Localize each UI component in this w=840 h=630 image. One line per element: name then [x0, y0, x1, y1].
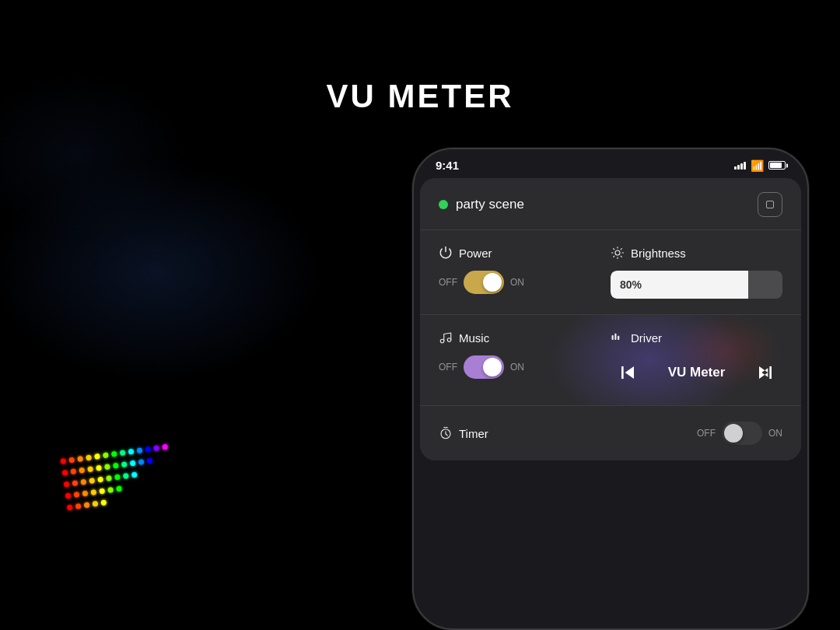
phone-mockup: 9:41 📶 party scene: [412, 148, 809, 630]
power-toggle-row: OFF ON: [439, 271, 611, 294]
svg-point-1: [440, 339, 444, 343]
scene-active-dot: [439, 200, 448, 209]
next-icon: [753, 360, 778, 385]
power-icon: [439, 246, 453, 260]
timer-on-label: ON: [768, 428, 782, 439]
timer-toggle-row: OFF ON: [697, 422, 782, 445]
music-label-text: Music: [459, 331, 489, 345]
scene-stop-button[interactable]: [758, 192, 782, 217]
power-brightness-section: Power OFF ON: [420, 230, 801, 315]
timer-label: Timer: [439, 426, 488, 440]
driver-controls: VU Meter: [611, 355, 782, 390]
brightness-control: Brightness 80%: [611, 246, 782, 299]
music-on-label: ON: [510, 362, 524, 373]
phone-time: 9:41: [436, 159, 459, 172]
power-on-label: ON: [510, 277, 524, 288]
driver-label-text: Driver: [631, 331, 662, 345]
scene-name: party scene: [456, 197, 524, 212]
prev-icon: [615, 360, 640, 385]
brightness-slider[interactable]: 80%: [611, 271, 782, 299]
svg-rect-3: [612, 335, 614, 340]
driver-control: Driver VU Meter: [611, 331, 782, 390]
brightness-filled: 80%: [611, 271, 748, 299]
brightness-icon: [611, 246, 625, 260]
stop-icon: [766, 201, 774, 208]
power-label-text: Power: [459, 247, 492, 260]
wifi-icon: 📶: [751, 159, 764, 172]
app-content: party scene Power OFF: [420, 178, 801, 460]
battery-icon: [768, 161, 786, 170]
timer-section: Timer OFF ON: [420, 406, 801, 460]
power-toggle-thumb: [483, 273, 502, 292]
power-toggle[interactable]: [464, 271, 504, 294]
brightness-label-text: Brightness: [631, 247, 686, 260]
music-control: Music OFF ON: [439, 331, 611, 379]
control-row: Power OFF ON: [439, 246, 782, 299]
status-icons: 📶: [734, 159, 786, 172]
svg-rect-4: [614, 334, 616, 340]
timer-label-text: Timer: [459, 427, 488, 440]
status-bar: 9:41 📶: [414, 149, 807, 178]
driver-icon: [611, 331, 625, 345]
music-control-row: Music OFF ON: [439, 331, 782, 390]
timer-icon: [439, 426, 453, 440]
music-label: Music: [439, 331, 611, 345]
music-off-label: OFF: [439, 362, 457, 373]
brightness-value: 80%: [620, 278, 642, 291]
brightness-track: 80%: [611, 271, 782, 299]
power-off-label: OFF: [439, 277, 457, 288]
timer-off-label: OFF: [697, 428, 716, 439]
driver-label: Driver: [611, 331, 782, 345]
scene-info: party scene: [439, 197, 524, 212]
page-title: VU METER: [0, 78, 840, 115]
svg-rect-5: [618, 336, 619, 340]
music-toggle-row: OFF ON: [439, 355, 611, 379]
power-control: Power OFF ON: [439, 246, 611, 294]
timer-toggle-thumb: [724, 424, 743, 443]
svg-point-0: [615, 250, 620, 255]
brightness-label: Brightness: [611, 246, 782, 260]
driver-next-button[interactable]: [748, 355, 782, 390]
music-toggle[interactable]: [464, 355, 504, 379]
driver-current-name: VU Meter: [668, 365, 726, 380]
brightness-unfilled: [748, 271, 782, 299]
signal-icon: [734, 162, 746, 170]
driver-prev-button[interactable]: [611, 355, 645, 390]
svg-point-2: [447, 338, 451, 342]
music-driver-section: Music OFF ON: [420, 315, 801, 406]
music-icon: [439, 331, 453, 345]
power-label: Power: [439, 246, 611, 260]
scene-header: party scene: [420, 178, 801, 230]
music-toggle-thumb: [483, 358, 502, 376]
timer-toggle[interactable]: [722, 422, 762, 445]
